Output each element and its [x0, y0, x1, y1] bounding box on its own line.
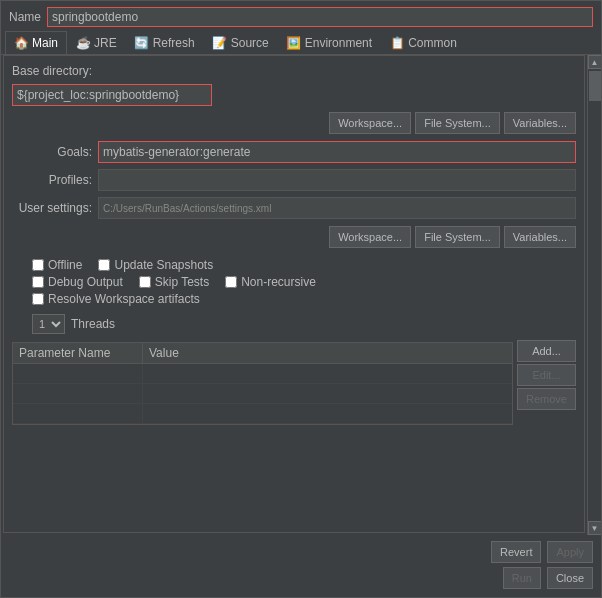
tab-common[interactable]: 📋 Common	[381, 31, 466, 54]
checkbox-row-3: Resolve Workspace artifacts	[32, 292, 576, 306]
resolve-workspace-checkbox[interactable]: Resolve Workspace artifacts	[32, 292, 200, 306]
offline-check[interactable]	[32, 259, 44, 271]
tab-source-label: Source	[231, 36, 269, 50]
user-settings-input[interactable]	[98, 197, 576, 219]
name-input[interactable]	[47, 7, 593, 27]
base-directory-label: Base directory:	[12, 64, 576, 78]
revert-button[interactable]: Revert	[491, 541, 541, 563]
tab-environment[interactable]: 🖼️ Environment	[278, 31, 381, 54]
base-dir-buttons: Workspace... File System... Variables...	[12, 112, 576, 134]
user-settings-label: User settings:	[12, 201, 92, 215]
param-section: Parameter Name Value	[12, 338, 576, 425]
table-row	[13, 364, 512, 384]
tab-common-label: Common	[408, 36, 457, 50]
param-row-value-3	[143, 404, 512, 423]
dialog: Name 🏠 Main ☕ JRE 🔄 Refresh 📝 Source 🖼️ …	[0, 0, 602, 598]
checkbox-row-2: Debug Output Skip Tests Non-recursive	[32, 275, 576, 289]
apply-button[interactable]: Apply	[547, 541, 593, 563]
debug-output-label: Debug Output	[48, 275, 123, 289]
table-row	[13, 404, 512, 424]
update-snapshots-check[interactable]	[98, 259, 110, 271]
tabs-row: 🏠 Main ☕ JRE 🔄 Refresh 📝 Source 🖼️ Envir…	[1, 31, 601, 55]
param-side-buttons: Add... Edit... Remove	[517, 338, 576, 412]
debug-output-check[interactable]	[32, 276, 44, 288]
update-snapshots-label: Update Snapshots	[114, 258, 213, 272]
skip-tests-checkbox[interactable]: Skip Tests	[139, 275, 209, 289]
scroll-up-btn[interactable]: ▲	[588, 55, 602, 69]
environment-icon: 🖼️	[287, 36, 301, 50]
tab-jre-label: JRE	[94, 36, 117, 50]
refresh-icon: 🔄	[135, 36, 149, 50]
source-icon: 📝	[213, 36, 227, 50]
offline-label: Offline	[48, 258, 82, 272]
skip-tests-label: Skip Tests	[155, 275, 209, 289]
threads-row: 1 2 4 Threads	[32, 314, 576, 334]
scroll-down-btn[interactable]: ▼	[588, 521, 602, 535]
close-button[interactable]: Close	[547, 567, 593, 589]
tab-refresh[interactable]: 🔄 Refresh	[126, 31, 204, 54]
goals-label: Goals:	[12, 145, 92, 159]
workspace-btn-2[interactable]: Workspace...	[329, 226, 411, 248]
variables-btn-2[interactable]: Variables...	[504, 226, 576, 248]
param-row-name-2	[13, 384, 143, 403]
skip-tests-check[interactable]	[139, 276, 151, 288]
table-row	[13, 384, 512, 404]
base-dir-row	[12, 84, 576, 106]
non-recursive-check[interactable]	[225, 276, 237, 288]
jre-icon: ☕	[76, 36, 90, 50]
goals-input[interactable]	[98, 141, 576, 163]
filesystem-btn-2[interactable]: File System...	[415, 226, 500, 248]
non-recursive-label: Non-recursive	[241, 275, 316, 289]
profiles-input[interactable]	[98, 169, 576, 191]
tab-main[interactable]: 🏠 Main	[5, 31, 67, 54]
main-content: Base directory: Workspace... File System…	[1, 55, 601, 535]
common-icon: 📋	[390, 36, 404, 50]
settings-buttons: Workspace... File System... Variables...	[12, 226, 576, 248]
run-close-row: Run Close	[1, 565, 601, 597]
run-button[interactable]: Run	[503, 567, 541, 589]
variables-btn-1[interactable]: Variables...	[504, 112, 576, 134]
scroll-track: ▲ ▼	[587, 55, 601, 535]
tab-source[interactable]: 📝 Source	[204, 31, 278, 54]
param-col-value-header: Value	[143, 343, 512, 363]
threads-label: Threads	[71, 317, 115, 331]
tab-environment-label: Environment	[305, 36, 372, 50]
non-recursive-checkbox[interactable]: Non-recursive	[225, 275, 316, 289]
tab-refresh-label: Refresh	[153, 36, 195, 50]
checkboxes-section: Offline Update Snapshots Debug Output Sk…	[32, 258, 576, 306]
workspace-btn-1[interactable]: Workspace...	[329, 112, 411, 134]
goals-row: Goals:	[12, 141, 576, 163]
name-row: Name	[1, 1, 601, 31]
scroll-thumb[interactable]	[589, 71, 601, 101]
param-row-value-2	[143, 384, 512, 403]
edit-button[interactable]: Edit...	[517, 364, 576, 386]
offline-checkbox[interactable]: Offline	[32, 258, 82, 272]
tab-main-label: Main	[32, 36, 58, 50]
resolve-workspace-label: Resolve Workspace artifacts	[48, 292, 200, 306]
param-table-header: Parameter Name Value	[13, 343, 512, 364]
checkbox-row-1: Offline Update Snapshots	[32, 258, 576, 272]
base-dir-input[interactable]	[12, 84, 212, 106]
profiles-row: Profiles:	[12, 169, 576, 191]
resolve-workspace-check[interactable]	[32, 293, 44, 305]
update-snapshots-checkbox[interactable]: Update Snapshots	[98, 258, 213, 272]
param-row-name-3	[13, 404, 143, 423]
debug-output-checkbox[interactable]: Debug Output	[32, 275, 123, 289]
profiles-label: Profiles:	[12, 173, 92, 187]
param-col-name-header: Parameter Name	[13, 343, 143, 363]
param-table-wrap: Parameter Name Value	[12, 338, 513, 425]
param-row-value-1	[143, 364, 512, 383]
remove-button[interactable]: Remove	[517, 388, 576, 410]
add-button[interactable]: Add...	[517, 340, 576, 362]
param-table: Parameter Name Value	[12, 342, 513, 425]
name-label: Name	[9, 10, 41, 24]
user-settings-row: User settings:	[12, 197, 576, 219]
content-panel: Base directory: Workspace... File System…	[3, 55, 585, 533]
revert-apply-row: Revert Apply	[1, 535, 601, 565]
tab-jre[interactable]: ☕ JRE	[67, 31, 126, 54]
threads-select[interactable]: 1 2 4	[32, 314, 65, 334]
main-icon: 🏠	[14, 36, 28, 50]
filesystem-btn-1[interactable]: File System...	[415, 112, 500, 134]
param-row-name-1	[13, 364, 143, 383]
